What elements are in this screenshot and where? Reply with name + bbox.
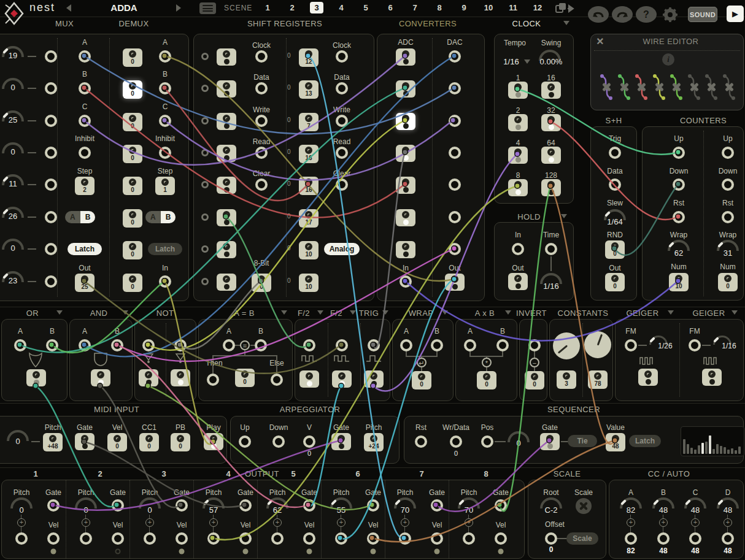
mux-a-jack[interactable] [79, 50, 91, 63]
channel-gate-jack[interactable] [303, 499, 315, 512]
demux-b-jack[interactable] [159, 82, 171, 94]
clock-division-socket[interactable] [508, 147, 528, 164]
sr1-port-jack[interactable] [255, 147, 268, 159]
sr1-in-jack[interactable] [201, 53, 209, 60]
midi-port-socket[interactable]: 0 [171, 433, 190, 451]
channel-gate-jack[interactable] [495, 499, 507, 512]
transpose-icon[interactable]: + [145, 518, 154, 527]
sound-button[interactable]: SOUND [688, 7, 717, 22]
dac-jack[interactable] [449, 115, 461, 127]
seq-pos-jack[interactable] [481, 435, 493, 448]
channel-gate-jack[interactable] [176, 499, 188, 512]
cc-offset-icon[interactable]: + [659, 518, 668, 527]
dac-jack[interactable] [449, 147, 461, 159]
counter-down-jack[interactable] [722, 178, 734, 191]
demux-latch-button[interactable]: Latch [148, 243, 182, 255]
demux-socket[interactable]: 0 [123, 209, 142, 228]
io-jack[interactable] [45, 147, 57, 159]
channel-pitch-jack[interactable] [463, 532, 475, 545]
hold-time-jack[interactable] [545, 243, 557, 255]
sr1-socket[interactable] [217, 145, 236, 162]
hold-out-socket[interactable] [508, 273, 528, 290]
sr2-port-jack[interactable] [336, 147, 348, 159]
channel-gate-jack[interactable] [112, 499, 124, 512]
clock-division-socket[interactable] [541, 82, 561, 99]
clock-division-socket[interactable] [541, 147, 561, 164]
aeb-else-jack[interactable] [271, 374, 283, 386]
sr2-socket[interactable]: 10 [299, 241, 318, 259]
transpose-icon[interactable]: + [82, 518, 90, 527]
constant2-knob[interactable] [584, 331, 611, 358]
dac-out-socket[interactable] [445, 274, 465, 291]
wire-delete-icon[interactable] [599, 72, 614, 102]
f2b-out-socket[interactable] [332, 370, 352, 388]
cc-jack[interactable] [689, 532, 701, 545]
sr2-socket[interactable]: 7 [299, 113, 318, 131]
sr1-socket[interactable] [217, 274, 236, 291]
channel-vel-jack[interactable] [303, 532, 315, 545]
scene-number[interactable]: 3 [310, 2, 323, 13]
io-jack[interactable] [45, 178, 57, 191]
scene-number[interactable]: 1 [261, 2, 274, 13]
channel-pitch-jack[interactable] [399, 532, 411, 545]
channel-pitch-jack[interactable] [335, 532, 347, 545]
io-jack[interactable] [45, 243, 57, 255]
close-icon[interactable]: × [596, 34, 604, 48]
sr1-port-jack[interactable] [255, 178, 268, 191]
channel-pitch-jack[interactable] [80, 532, 92, 545]
trig-out-socket[interactable] [364, 370, 384, 388]
io-jack[interactable] [45, 50, 57, 63]
counter-up-jack[interactable] [673, 147, 685, 159]
cc-offset-icon[interactable]: + [627, 518, 635, 527]
sr1-port-jack[interactable] [255, 50, 268, 63]
transpose-icon[interactable]: + [273, 518, 282, 527]
scene-number[interactable]: 11 [506, 2, 520, 13]
adc-socket[interactable] [396, 241, 415, 258]
seq-rst-jack[interactable] [415, 435, 427, 448]
adc-socket[interactable] [396, 80, 415, 98]
patch-name[interactable]: ADDA [110, 2, 137, 13]
f2a-in-jack[interactable] [303, 339, 315, 351]
demux-socket[interactable]: 0 [123, 80, 142, 99]
sr1-in-jack[interactable] [201, 149, 209, 156]
demux-socket[interactable]: 0 [123, 48, 142, 67]
channel-pitch-jack[interactable] [271, 532, 284, 545]
demux-socket[interactable]: 0 [123, 177, 142, 195]
geiger2-out-socket[interactable] [702, 369, 722, 386]
seq-wrdata-jack[interactable] [450, 435, 462, 448]
scene-number[interactable]: 9 [457, 2, 471, 13]
adc-socket[interactable] [396, 113, 415, 130]
sr1-in-jack[interactable] [201, 85, 209, 92]
wire-delete-icon[interactable] [617, 72, 631, 102]
transpose-icon[interactable]: + [209, 518, 218, 527]
demux-ab-toggle[interactable]: AB [145, 211, 176, 223]
adc-socket[interactable] [396, 48, 415, 66]
counter-rst-jack[interactable] [673, 211, 685, 223]
sr2-socket[interactable]: 10 [299, 274, 318, 292]
demux-in-jack[interactable] [159, 275, 171, 288]
axb-a-jack[interactable] [464, 339, 476, 351]
channel-vel-jack[interactable] [367, 532, 379, 545]
info-icon[interactable]: i [662, 53, 674, 66]
dac-jack[interactable] [449, 211, 461, 223]
scene-number[interactable]: 12 [531, 2, 544, 13]
demux-socket[interactable]: 0 [123, 145, 142, 163]
arp-gate-socket[interactable] [331, 433, 351, 450]
cc-jack[interactable] [657, 532, 670, 545]
sr2-port-jack[interactable] [336, 178, 348, 191]
f2b-in-jack[interactable] [336, 339, 348, 351]
hold-dropdown-arrow[interactable] [561, 214, 567, 218]
wire-delete-icon[interactable] [704, 72, 719, 102]
dac-jack[interactable] [449, 178, 461, 191]
channel-gate-jack[interactable] [239, 499, 252, 512]
sr2-port-jack[interactable] [336, 82, 348, 94]
geiger2-fm-jack[interactable] [689, 339, 701, 351]
not1-out-socket[interactable] [139, 369, 158, 386]
seq-value-socket[interactable]: 48 [606, 433, 625, 451]
sr1-socket[interactable] [217, 80, 236, 98]
demux-inhibit-jack[interactable] [159, 147, 171, 159]
cc-jack[interactable] [722, 532, 734, 545]
midi-port-socket[interactable]: +48 [43, 433, 63, 451]
adc-in-jack[interactable] [400, 275, 412, 288]
sh-trig-jack[interactable] [609, 147, 621, 159]
